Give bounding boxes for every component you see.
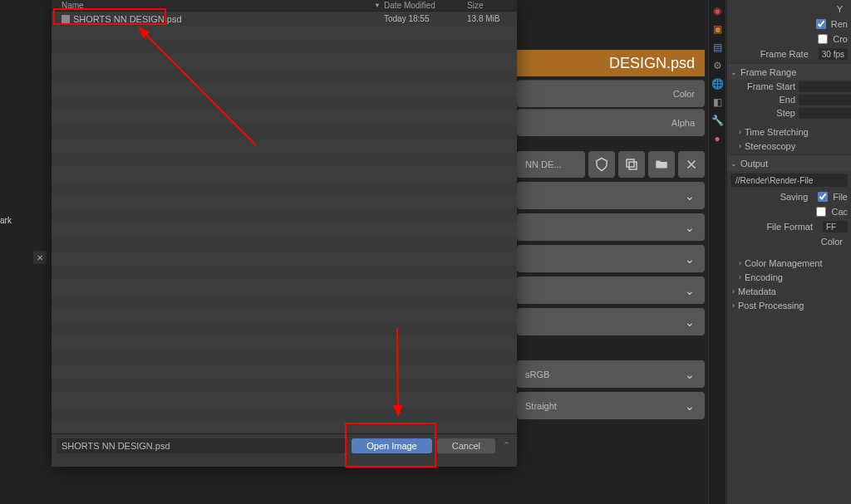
- file-browser-dialog: Name ▼ Date Modified Size SHORTS NN DESI…: [52, 0, 517, 467]
- cache-checkbox[interactable]: [816, 207, 826, 217]
- node-dropdown-4[interactable]: ⌄: [517, 276, 705, 304]
- bookmark-label-fragment: ark: [0, 216, 12, 225]
- post-processing-section[interactable]: ›Post Processing: [727, 298, 851, 312]
- chevron-down-icon: ⌄: [730, 68, 737, 76]
- file-list[interactable]: SHORTS NN DESIGN.psd Today 18:55 13.8 Mi…: [52, 12, 517, 433]
- frame-step-row: Step: [727, 106, 851, 120]
- sort-desc-icon[interactable]: ▼: [374, 2, 381, 9]
- time-stretching-section[interactable]: ›Time Stretching: [727, 125, 851, 139]
- encoding-section[interactable]: ›Encoding: [727, 270, 851, 284]
- render-checkbox[interactable]: [816, 19, 826, 29]
- filename-input[interactable]: SHORTS NN DESIGN.psd: [57, 438, 347, 453]
- node-dropdown-2[interactable]: ⌄: [517, 213, 705, 241]
- properties-panel: Y Ren Cro Frame Rate 30 fps ⌄Frame Range…: [726, 0, 851, 504]
- output-path-field[interactable]: //Render\Render-File: [730, 174, 848, 187]
- chevron-right-icon: ›: [732, 287, 735, 296]
- node-output-color: Color: [517, 80, 705, 107]
- alpha-mode-dropdown[interactable]: Straight⌄: [517, 392, 705, 419]
- frame-rate-row: Frame Rate 30 fps: [727, 46, 851, 61]
- crop-checkbox[interactable]: [818, 34, 828, 44]
- node-title[interactable]: DESIGN.psd: [517, 50, 705, 76]
- expand-options-icon[interactable]: ⌃: [500, 440, 512, 451]
- modifier-tab-icon[interactable]: 🔧: [711, 115, 723, 126]
- object-tab-icon[interactable]: ◧: [711, 96, 723, 108]
- duplicate-icon[interactable]: [618, 151, 645, 178]
- frame-start-row: Frame Start: [727, 80, 851, 93]
- file-name: SHORTS NN DESIGN.psd: [73, 14, 182, 24]
- file-size: 13.8 MiB: [467, 14, 517, 23]
- output-tab-icon[interactable]: ▣: [711, 23, 723, 35]
- frame-rate-field[interactable]: 30 fps: [819, 48, 848, 60]
- node-dropdown-5[interactable]: ⌄: [517, 308, 705, 335]
- close-icon[interactable]: ✕: [33, 251, 47, 264]
- chevron-down-icon: ⌄: [685, 221, 695, 234]
- node-dropdown-3[interactable]: ⌄: [517, 245, 705, 272]
- image-file-field[interactable]: NN DE...: [517, 151, 585, 178]
- frame-end-field[interactable]: [799, 95, 851, 105]
- chevron-down-icon: ⌄: [685, 316, 695, 329]
- chevron-down-icon: ⌄: [685, 399, 695, 413]
- column-size[interactable]: Size: [467, 1, 517, 10]
- shield-icon[interactable]: [588, 151, 615, 178]
- viewlayer-tab-icon[interactable]: ▤: [711, 42, 723, 53]
- node-dropdown-1[interactable]: ⌄: [517, 182, 705, 209]
- unlink-close-icon[interactable]: [678, 151, 705, 178]
- open-image-button[interactable]: Open Image: [352, 438, 432, 453]
- frame-range-section[interactable]: ⌄Frame Range: [727, 63, 851, 80]
- chevron-right-icon: ›: [739, 128, 741, 136]
- folder-icon[interactable]: [648, 151, 675, 178]
- chevron-down-icon: ⌄: [730, 159, 737, 168]
- chevron-right-icon: ›: [739, 142, 741, 150]
- frame-step-field[interactable]: [799, 108, 851, 119]
- render-checkbox-row: Ren: [727, 17, 851, 32]
- color-management-section[interactable]: ›Color Management: [727, 256, 851, 270]
- chevron-right-icon: ›: [732, 301, 735, 310]
- saving-checkbox[interactable]: [818, 192, 828, 202]
- chevron-down-icon: ⌄: [685, 368, 695, 381]
- saving-row: Saving File: [727, 189, 851, 204]
- image-texture-node: DESIGN.psd Color Alpha NN DE... ⌄ ⌄ ⌄ ⌄ …: [517, 0, 705, 419]
- file-date: Today 18:55: [384, 14, 467, 23]
- file-format-row: File FormatFF: [727, 219, 851, 234]
- file-row[interactable]: SHORTS NN DESIGN.psd Today 18:55 13.8 Mi…: [52, 12, 517, 26]
- frame-end-row: End: [727, 93, 851, 106]
- world-tab-icon[interactable]: 🌐: [711, 78, 723, 90]
- metadata-section[interactable]: ›Metadata: [727, 284, 851, 298]
- file-format-field[interactable]: FF: [823, 221, 848, 232]
- column-name[interactable]: Name: [52, 1, 374, 10]
- color-row: Color: [727, 234, 851, 249]
- chevron-down-icon: ⌄: [685, 284, 695, 297]
- file-icon: [61, 15, 70, 23]
- material-tab-icon[interactable]: ●: [711, 133, 723, 144]
- cache-row: Cac: [727, 204, 851, 219]
- column-date[interactable]: Date Modified: [384, 1, 467, 10]
- output-section[interactable]: ⌄Output: [727, 154, 851, 171]
- chevron-down-icon: ⌄: [685, 252, 695, 266]
- crop-checkbox-row: Cro: [727, 32, 851, 46]
- chevron-right-icon: ›: [739, 259, 741, 267]
- color-space-dropdown[interactable]: sRGB⌄: [517, 360, 705, 388]
- file-browser-footer: SHORTS NN DESIGN.psd Open Image Cancel ⌃: [52, 433, 517, 457]
- cancel-button[interactable]: Cancel: [437, 438, 495, 453]
- frame-start-field[interactable]: [799, 81, 851, 92]
- properties-tab-strip: ◉ ▣ ▤ ⚙ 🌐 ◧ 🔧 ●: [708, 0, 726, 504]
- resolution-y-row: Y: [727, 2, 851, 17]
- render-tab-icon[interactable]: ◉: [711, 5, 723, 17]
- stereoscopy-section[interactable]: ›Stereoscopy: [727, 139, 851, 153]
- chevron-right-icon: ›: [739, 273, 741, 281]
- chevron-down-icon: ⌄: [685, 189, 695, 203]
- left-panel-fragment: ark ✕: [0, 0, 52, 504]
- file-list-header: Name ▼ Date Modified Size: [52, 0, 517, 12]
- svg-rect-0: [629, 162, 637, 169]
- svg-rect-1: [627, 159, 634, 167]
- scene-tab-icon[interactable]: ⚙: [711, 60, 723, 71]
- node-output-alpha: Alpha: [517, 109, 705, 136]
